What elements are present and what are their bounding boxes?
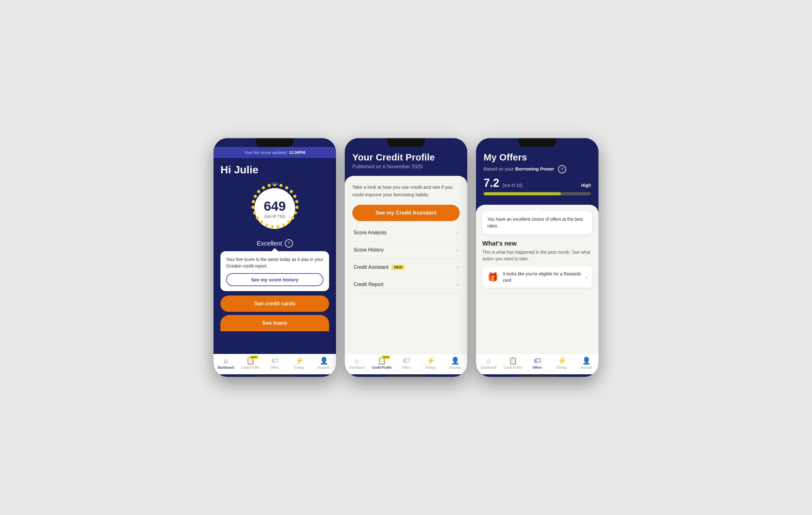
borrowing-score-row: 7.2 (out of 10) High bbox=[484, 176, 591, 190]
nav-credit-profile[interactable]: NEW 📋 Credit Profile bbox=[241, 357, 260, 369]
home-indicator bbox=[387, 376, 425, 377]
nav-label: Offers bbox=[402, 366, 411, 369]
see-loans-button[interactable]: See loans bbox=[221, 315, 329, 331]
svg-point-21 bbox=[254, 195, 257, 198]
borrowing-progress-bg bbox=[484, 192, 591, 195]
nav-energy[interactable]: ⚡ Energy bbox=[422, 357, 440, 369]
nav-label: Offers bbox=[532, 366, 542, 369]
svg-point-8 bbox=[295, 206, 299, 209]
greeting-text: Hi Julie bbox=[221, 164, 329, 176]
phone-dashboard: Your live score updated: 12.06PM Hi Juli… bbox=[213, 138, 336, 377]
offers-icon: 🏷 bbox=[271, 357, 278, 365]
phone-notch bbox=[256, 138, 294, 147]
bottom-nav-1: ⌂ Dashboard NEW 📋 Credit Profile 🏷 Offer… bbox=[213, 354, 336, 374]
nav-offers[interactable]: 🏷 Offers bbox=[265, 357, 284, 369]
nav-offers[interactable]: 🏷 Offers bbox=[528, 357, 547, 369]
offers-icon: 🏷 bbox=[403, 357, 410, 365]
offers-title: My Offers bbox=[484, 152, 591, 163]
chevron-right-icon: › bbox=[457, 247, 459, 253]
nav-account[interactable]: 👤 Account bbox=[577, 357, 596, 369]
svg-point-19 bbox=[252, 206, 255, 209]
svg-point-20 bbox=[252, 200, 255, 203]
svg-point-11 bbox=[287, 221, 290, 224]
energy-icon: ⚡ bbox=[427, 357, 435, 365]
svg-point-18 bbox=[253, 211, 256, 214]
phone3-body: My Offers Based on your Borrowing Power … bbox=[476, 138, 599, 354]
score-history-button[interactable]: See my score history bbox=[226, 273, 323, 286]
phone3-wave-section: You have an excellent choice of offers a… bbox=[476, 205, 599, 354]
whats-new-desc: This is what has happened in the past mo… bbox=[482, 249, 592, 262]
nav-dashboard[interactable]: ⌂ Dashboard bbox=[216, 357, 235, 369]
score-speech-bubble: Your live score is the same today as it … bbox=[221, 251, 329, 291]
svg-point-12 bbox=[282, 224, 285, 227]
nav-account[interactable]: 👤 Account bbox=[445, 357, 464, 369]
account-icon: 👤 bbox=[582, 357, 591, 365]
whats-new-section: What's new This is what has happened in … bbox=[482, 240, 592, 354]
whats-new-title: What's new bbox=[482, 240, 592, 247]
see-credit-cards-button[interactable]: See credit cards bbox=[221, 295, 329, 312]
nav-credit-profile[interactable]: 📋 Credit Profile bbox=[503, 357, 522, 369]
nav-account[interactable]: 👤 Account bbox=[314, 357, 333, 369]
chevron-right-icon: › bbox=[457, 282, 459, 287]
borrowing-progress-fill bbox=[484, 192, 561, 195]
score-number: 649 bbox=[264, 199, 286, 214]
menu-item-text: Credit Assistant bbox=[353, 264, 388, 270]
menu-score-analysis[interactable]: Score Analysis › bbox=[352, 224, 460, 241]
offers-speech-text: You have an excellent choice of offers a… bbox=[487, 216, 587, 229]
score-outof: (out of 10) bbox=[502, 183, 522, 188]
nav-label: Credit Profile bbox=[372, 366, 392, 369]
svg-point-23 bbox=[262, 186, 265, 189]
offers-subtitle: Based on your Borrowing Power ? bbox=[484, 165, 591, 173]
account-icon: 👤 bbox=[451, 357, 459, 365]
nav-label: Credit Profile bbox=[504, 366, 522, 369]
credit-profile-title: Your Credit Profile bbox=[352, 152, 460, 163]
nav-label: Account bbox=[318, 366, 329, 369]
menu-score-history[interactable]: Score History › bbox=[352, 241, 460, 259]
nav-offers[interactable]: 🏷 Offers bbox=[397, 357, 416, 369]
energy-icon: ⚡ bbox=[558, 357, 566, 365]
svg-point-13 bbox=[276, 225, 280, 228]
svg-point-3 bbox=[280, 184, 283, 187]
borrowing-power-help-icon[interactable]: ? bbox=[558, 165, 566, 173]
credit-assistant-button[interactable]: See my Credit Assistant bbox=[352, 205, 460, 221]
phone-offers: My Offers Based on your Borrowing Power … bbox=[476, 138, 599, 377]
offers-speech-bubble: You have an excellent choice of offers a… bbox=[482, 211, 592, 234]
menu-credit-report[interactable]: Credit Report › bbox=[352, 276, 460, 293]
home-icon: ⌂ bbox=[486, 357, 490, 365]
home-icon: ⌂ bbox=[355, 357, 359, 365]
nav-credit-profile[interactable]: NEW 📋 Credit Profile bbox=[372, 357, 392, 369]
offer-card[interactable]: 🎁 It looks like you're eligible for a Re… bbox=[482, 267, 592, 288]
energy-icon: ⚡ bbox=[295, 357, 303, 365]
svg-point-10 bbox=[291, 217, 294, 220]
banner-text: Your live score updated: bbox=[244, 150, 289, 155]
nav-dashboard[interactable]: ⌂ Dashboard bbox=[479, 357, 498, 369]
phone-notch bbox=[387, 138, 425, 147]
home-icon: ⌂ bbox=[224, 357, 228, 365]
svg-point-7 bbox=[295, 200, 298, 203]
nav-label: Dashboard bbox=[481, 366, 496, 369]
bottom-nav-3: ⌂ Dashboard 📋 Credit Profile 🏷 Offers ⚡ … bbox=[476, 354, 599, 374]
help-icon[interactable]: ? bbox=[285, 239, 293, 248]
credit-profile-subtitle: Published on 6 November 2020 bbox=[352, 164, 460, 170]
chevron-right-icon: › bbox=[457, 230, 459, 235]
menu-credit-assistant[interactable]: Credit Assistant NEW › bbox=[352, 259, 460, 276]
phone1-body: Hi Julie bbox=[213, 158, 336, 354]
svg-point-9 bbox=[294, 211, 297, 214]
live-score-banner: Your live score updated: 12.06PM bbox=[213, 147, 336, 158]
phone-notch bbox=[518, 138, 556, 147]
svg-point-5 bbox=[290, 190, 293, 193]
nav-label: Credit Profile bbox=[241, 366, 259, 369]
nav-energy[interactable]: ⚡ Energy bbox=[552, 357, 571, 369]
borrowing-score: 7.2 bbox=[484, 176, 499, 190]
home-indicator bbox=[518, 376, 556, 377]
score-ring-container: 649 (out of 710) bbox=[221, 180, 329, 237]
nav-energy[interactable]: ⚡ Energy bbox=[290, 357, 309, 369]
credit-profile-menu: Score Analysis › Score History › Credit … bbox=[352, 224, 460, 354]
nav-label: Energy bbox=[294, 366, 304, 369]
menu-item-text: Score History bbox=[353, 247, 384, 253]
phone-credit-profile: Your Credit Profile Published on 6 Novem… bbox=[345, 138, 467, 377]
nav-dashboard[interactable]: ⌂ Dashboard bbox=[348, 357, 367, 369]
svg-point-14 bbox=[271, 225, 274, 228]
svg-point-25 bbox=[271, 183, 273, 185]
score-center: 649 (out of 710) bbox=[264, 199, 286, 219]
